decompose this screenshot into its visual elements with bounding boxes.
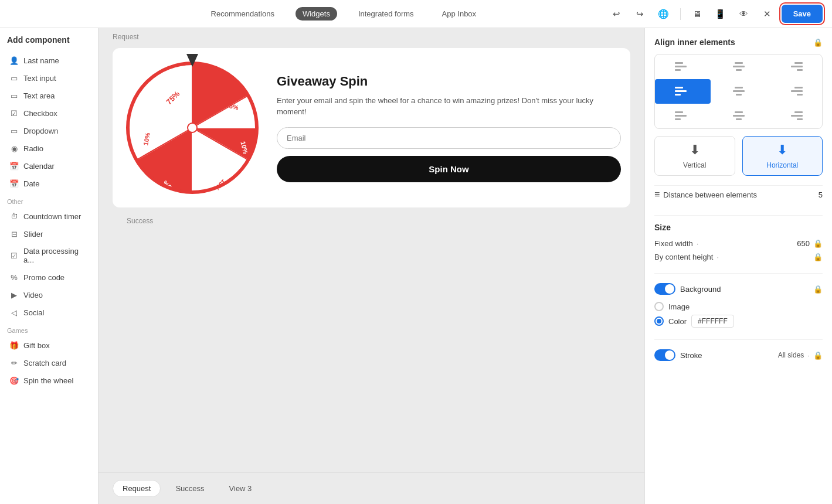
background-toggle[interactable]	[654, 283, 675, 295]
align-top-left[interactable]	[655, 55, 711, 79]
sidebar-item-social[interactable]: ◁ Social	[5, 304, 93, 321]
svg-rect-13	[736, 69, 742, 71]
sidebar-item-text-area[interactable]: ▭ Text area	[5, 87, 93, 104]
sidebar-item-date[interactable]: 📅 Date	[5, 175, 93, 192]
svg-rect-11	[735, 62, 743, 64]
slider-icon: ⊟	[9, 229, 19, 239]
align-bottom-right[interactable]	[766, 104, 822, 128]
undo-button[interactable]: ↩	[607, 5, 626, 23]
sidebar-item-checkbox[interactable]: ☑ Checkbox	[5, 104, 93, 122]
canvas-tab-view3[interactable]: View 3	[219, 480, 262, 497]
mobile-button[interactable]: 📱	[711, 5, 730, 23]
redo-button[interactable]: ↪	[631, 5, 650, 23]
sidebar: Add component 👤 Last name ▭ Text input ▭…	[0, 28, 99, 504]
email-input[interactable]	[277, 127, 621, 149]
sidebar-item-video[interactable]: ▶ Video	[5, 286, 93, 304]
sidebar-item-slider[interactable]: ⊟ Slider	[5, 225, 93, 243]
date-icon: 📅	[9, 179, 19, 188]
svg-rect-21	[733, 90, 745, 92]
sidebar-item-label: Scratch card	[23, 359, 66, 367]
align-top-right[interactable]	[766, 55, 822, 79]
canvas-tab-success[interactable]: Success	[165, 480, 214, 497]
horizontal-btn[interactable]: ⬇ Horizontal	[742, 136, 823, 176]
background-lock: 🔒	[813, 285, 823, 294]
direction-buttons: ⬇ Vertical ⬇ Horizontal	[654, 136, 823, 176]
save-button[interactable]: Save	[782, 5, 823, 23]
svg-rect-18	[675, 90, 687, 92]
video-icon: ▶	[9, 290, 19, 299]
top-nav: Recommendations Widgets Integrated forms…	[0, 0, 832, 28]
sidebar-item-label: Dropdown	[23, 127, 58, 135]
other-section-label: Other	[7, 198, 91, 205]
color-radio-row: Color #FFFFFF	[654, 315, 823, 328]
sidebar-item-label: Slider	[23, 230, 43, 239]
text-input-icon: ▭	[9, 73, 19, 83]
fixed-width-row: Fixed width · 650 🔒	[654, 239, 823, 248]
svg-rect-23	[794, 87, 803, 88]
svg-rect-28	[675, 118, 681, 120]
sidebar-item-label: Promo code	[23, 273, 64, 282]
sidebar-item-scratch-card[interactable]: ✏ Scratch card	[5, 354, 93, 372]
stroke-toggle[interactable]	[654, 349, 675, 361]
sidebar-item-calendar[interactable]: 📅 Calendar	[5, 157, 93, 175]
widget-inner: 75% 5% 10% 15% 5% 10%	[122, 57, 621, 198]
color-chip[interactable]: #FFFFFF	[691, 315, 734, 328]
stroke-dot: ·	[807, 351, 810, 360]
tab-widgets[interactable]: Widgets	[296, 7, 337, 21]
sidebar-item-promo-code[interactable]: % Promo code	[5, 268, 93, 286]
tab-app-inbox[interactable]: App Inbox	[435, 7, 484, 21]
main-area: Add component 👤 Last name ▭ Text input ▭…	[0, 28, 832, 504]
svg-rect-14	[794, 62, 803, 64]
vertical-label: Vertical	[683, 161, 706, 169]
svg-rect-8	[675, 62, 683, 64]
dropdown-icon: ▭	[9, 126, 19, 135]
sidebar-item-countdown-timer[interactable]: ⏱ Countdown timer	[5, 207, 93, 225]
align-middle-center[interactable]	[711, 79, 766, 104]
stroke-value: All sides	[778, 351, 804, 359]
align-bottom-left[interactable]	[655, 104, 711, 128]
canvas-tab-request[interactable]: Request	[113, 480, 161, 497]
sidebar-item-dropdown[interactable]: ▭ Dropdown	[5, 122, 93, 139]
widget-description: Enter your email and spin the wheel for …	[277, 95, 621, 118]
stroke-toggle-knob	[665, 350, 674, 360]
image-radio[interactable]	[654, 302, 664, 311]
svg-rect-32	[794, 111, 803, 113]
preview-button[interactable]: 👁	[735, 5, 753, 23]
color-radio[interactable]	[654, 316, 664, 326]
sidebar-item-data-processing[interactable]: ☑ Data processing a...	[5, 243, 93, 268]
svg-rect-15	[791, 66, 803, 67]
vertical-btn[interactable]: ⬇ Vertical	[654, 136, 735, 176]
tab-integrated-forms[interactable]: Integrated forms	[351, 7, 421, 21]
close-button[interactable]: ✕	[758, 5, 777, 23]
align-title: Align inner elements 🔒	[654, 38, 823, 47]
sidebar-item-text-input[interactable]: ▭ Text input	[5, 69, 93, 87]
nav-tabs: Recommendations Widgets Integrated forms…	[80, 7, 607, 21]
calendar-icon: 📅	[9, 161, 19, 171]
sidebar-item-label: Countdown timer	[23, 212, 81, 221]
divider-3	[654, 339, 823, 340]
desktop-button[interactable]: 🖥	[688, 5, 707, 23]
svg-rect-27	[675, 115, 687, 117]
align-middle-right[interactable]	[766, 79, 822, 104]
align-bottom-center[interactable]	[711, 104, 766, 128]
background-toggle-row: Background 🔒	[654, 281, 823, 297]
align-top-center[interactable]	[711, 55, 766, 79]
size-section: Size Fixed width · 650 🔒 By content heig…	[654, 223, 823, 261]
promo-icon: %	[9, 273, 19, 282]
games-section-label: Games	[7, 327, 91, 334]
widget-title: Giveaway Spin	[277, 74, 621, 89]
sidebar-item-last-name[interactable]: 👤 Last name	[5, 52, 93, 69]
sidebar-item-label: Last name	[23, 56, 59, 65]
sidebar-item-gift-box[interactable]: 🎁 Gift box	[5, 336, 93, 354]
align-middle-left[interactable]	[655, 79, 711, 104]
right-panel: Align inner elements 🔒	[644, 28, 832, 504]
sidebar-item-spin-the-wheel[interactable]: 🎯 Spin the wheel	[5, 372, 93, 389]
sidebar-item-radio[interactable]: ◉ Radio	[5, 139, 93, 157]
success-label: Success	[113, 214, 630, 230]
background-options: Image Color #FFFFFF	[654, 302, 823, 328]
globe-button[interactable]: 🌐	[654, 5, 673, 23]
svg-rect-31	[736, 118, 742, 120]
spin-button[interactable]: Spin Now	[277, 156, 621, 182]
fixed-width-lock: 🔒	[813, 239, 823, 248]
tab-recommendations[interactable]: Recommendations	[204, 7, 281, 21]
